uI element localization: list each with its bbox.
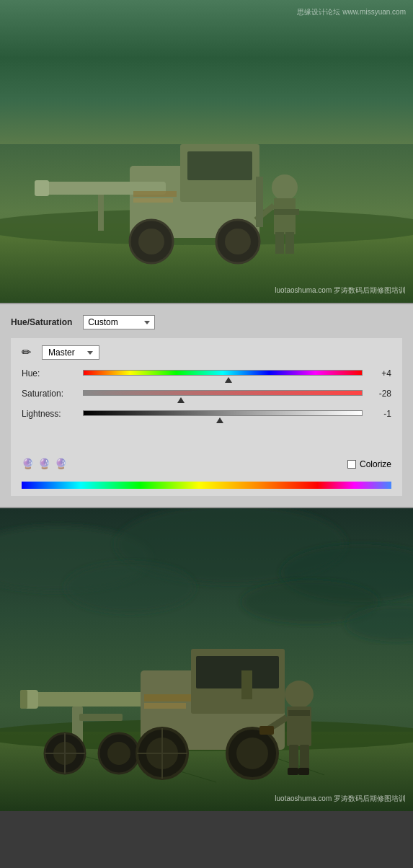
svg-point-65	[285, 681, 314, 708]
svg-point-62	[236, 738, 268, 769]
colorize-row: 🔮 🔮 🔮 Colorize	[22, 458, 391, 471]
watermark-bottom-bottom: luotaoshuma.com 罗涛数码后期修图培训	[275, 794, 406, 804]
eyedropper-icons: 🔮 🔮 🔮	[22, 458, 68, 471]
hue-thumb[interactable]	[225, 377, 232, 383]
svg-rect-46	[79, 714, 123, 721]
saturation-value: -28	[366, 389, 391, 399]
svg-rect-16	[35, 180, 49, 196]
channel-row: ✏ Master	[22, 345, 391, 360]
svg-rect-19	[133, 198, 173, 203]
hue-slider-row: Hue: +4	[22, 368, 391, 378]
lightness-value: -1	[366, 409, 391, 419]
svg-rect-26	[256, 177, 263, 227]
svg-rect-25	[285, 232, 294, 254]
svg-rect-63	[144, 694, 191, 701]
lightness-slider-row: Lightness: -1	[22, 409, 391, 419]
eyedropper-add-icon[interactable]: 🔮	[22, 458, 35, 471]
panel-content: ✏ Master Hue: +4 Saturation:	[11, 338, 402, 496]
sky-background	[0, 0, 413, 144]
svg-rect-21	[274, 198, 296, 234]
svg-rect-64	[144, 703, 186, 709]
bottom-image-panel: luotaoshuma.com 罗涛数码后期修图培训	[0, 508, 413, 811]
hand-tool-icon[interactable]: ✏	[22, 345, 36, 360]
svg-point-33	[65, 562, 195, 613]
top-image-panel: Hue/Saturation 思缘设计论坛 www.missyuan.com l…	[0, 0, 413, 303]
svg-point-12	[138, 229, 164, 254]
svg-rect-72	[288, 768, 298, 775]
lightness-thumb[interactable]	[216, 417, 223, 423]
preset-dropdown-arrow	[144, 321, 150, 324]
svg-rect-10	[187, 151, 252, 180]
saturation-label: Saturation:	[22, 389, 79, 399]
svg-rect-18	[133, 191, 177, 197]
svg-rect-71	[300, 745, 309, 770]
channel-dropdown-arrow	[87, 351, 93, 355]
hue-value: +4	[366, 368, 391, 378]
eyedropper-icon[interactable]: 🔮	[55, 458, 68, 471]
lightness-slider-container	[83, 410, 363, 417]
watermark-bottom-top: luotaoshuma.com 罗涛数码后期修图培训	[275, 285, 406, 296]
spectrum-bar	[22, 482, 391, 489]
preset-dropdown[interactable]: Custom	[83, 315, 155, 329]
hue-saturation-dialog: Hue/Saturation Custom ✏ Master Hue: +4	[0, 303, 413, 508]
svg-rect-73	[298, 768, 309, 775]
svg-rect-70	[289, 745, 298, 770]
saturation-thumb[interactable]	[177, 397, 185, 403]
svg-rect-43	[20, 690, 27, 709]
svg-rect-55	[196, 656, 279, 688]
preset-label: Custom	[88, 317, 117, 327]
eyedropper-subtract-icon[interactable]: 🔮	[38, 458, 51, 471]
svg-rect-24	[275, 232, 284, 254]
svg-rect-69	[259, 726, 274, 735]
dialog-header: Hue/Saturation Custom	[11, 315, 402, 329]
svg-rect-67	[288, 710, 310, 716]
saturation-track[interactable]	[83, 390, 363, 396]
svg-point-14	[225, 229, 251, 254]
lightness-track[interactable]	[83, 410, 363, 416]
saturation-slider-row: Saturation: -28	[22, 389, 391, 399]
colorize-checkbox[interactable]	[347, 460, 356, 469]
channel-dropdown[interactable]: Master	[42, 345, 99, 360]
svg-point-20	[272, 174, 298, 200]
svg-rect-22	[274, 209, 299, 215]
hue-track[interactable]	[83, 370, 363, 376]
svg-point-52	[107, 742, 130, 765]
colorize-label: Colorize	[360, 459, 391, 469]
hue-label: Hue:	[22, 368, 79, 378]
lightness-label: Lightness:	[22, 409, 79, 419]
hue-slider-container	[83, 370, 363, 377]
bottom-scene-svg	[0, 508, 413, 811]
colorize-option[interactable]: Colorize	[347, 459, 391, 469]
channel-label: Master	[48, 347, 75, 358]
watermark-top: 思缘设计论坛 www.missyuan.com	[297, 7, 406, 17]
dialog-title: Hue/Saturation	[11, 317, 72, 327]
saturation-slider-container	[83, 390, 363, 397]
svg-rect-56	[241, 670, 252, 699]
